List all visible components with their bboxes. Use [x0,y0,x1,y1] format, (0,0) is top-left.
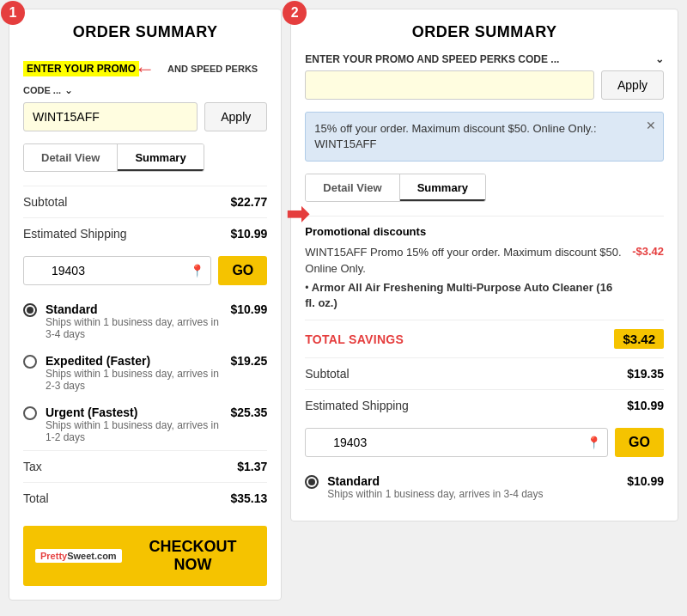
promo-input-2[interactable] [305,70,594,100]
panel-2-title: ORDER SUMMARY [305,23,664,41]
tax-value-1: $1.37 [237,460,267,473]
promo-product: • Armor All Air Freshening Multi-Purpose… [305,280,623,311]
shipping-urgent-desc-1: Ships within 1 business day, arrives in … [46,419,230,443]
shipping-urgent-price-1: $25.35 [230,406,267,419]
panel-1: 1 ORDER SUMMARY ENTER YOUR PROMO ← AND S… [9,9,282,601]
subtotal-label-2: Subtotal [305,367,349,381]
total-savings-label: TOTAL SAVINGS [305,332,404,346]
panel-1-title: ORDER SUMMARY [23,23,267,41]
shipping-expedited-desc-1: Ships within 1 business day, arrives in … [46,368,230,392]
go-button-1[interactable]: GO [218,256,267,285]
shipping-label-2: Estimated Shipping [305,399,409,412]
promo-code-amount: -$3.42 [632,245,664,258]
pin-icon-1: 📍 [190,264,204,278]
step-badge-1: 1 [1,1,25,25]
radio-standard-2[interactable] [305,475,319,489]
apply-button-2[interactable]: Apply [601,70,664,100]
promo-discount-row: WINT15AFF Promo 15% off your order. Maxi… [305,245,664,311]
promo-label-highlighted: ENTER YOUR PROMO [23,61,139,76]
shipping-standard-price-1: $10.99 [230,302,267,316]
subtotal-row-2: Subtotal $19.35 [305,357,664,389]
zip-input-1[interactable] [23,256,211,285]
tax-row-1: Tax $1.37 [23,450,267,482]
checkout-brand-1: PrettySweet.com [35,549,122,563]
promo-chevron[interactable]: ⌄ [64,84,73,96]
promo-product-name: Armor All Air Freshening Multi-Purpose A… [305,281,612,309]
shipping-expedited-price-1: $19.25 [230,354,267,368]
promo-input-1[interactable] [23,102,198,131]
promo-input-row-2: Apply [305,70,664,100]
promo-label-2: ENTER YOUR PROMO AND SPEED PERKS CODE ..… [305,53,559,65]
shipping-urgent-1: Urgent (Fastest) Ships within 1 business… [23,399,267,450]
total-label-1: Total [23,491,49,505]
shipping-standard-name-1: Standard [46,302,230,316]
shipping-standard-desc-2: Ships within 1 business day, arrives in … [327,488,543,500]
panel-2: 2 ORDER SUMMARY ENTER YOUR PROMO AND SPE… [290,9,678,521]
subtotal-value-2: $19.35 [627,367,664,381]
shipping-row-2: Estimated Shipping $10.99 [305,389,664,421]
shipping-standard-2: Standard Ships within 1 business day, ar… [305,467,664,507]
total-savings-value: $3.42 [614,329,664,349]
shipping-standard-1: Standard Ships within 1 business day, ar… [23,296,267,347]
tax-label-1: Tax [23,460,42,473]
promo-info-box: 15% off your order. Maximum discount $50… [305,112,664,162]
tab-summary-1[interactable]: Summary [118,144,203,171]
pin-icon-2: 📍 [587,436,601,449]
shipping-value-1: $10.99 [230,227,267,241]
shipping-standard-desc-1: Ships within 1 business day, arrives in … [46,316,230,340]
total-savings-row: TOTAL SAVINGS $3.42 [305,320,664,357]
zip-input-2[interactable] [305,428,608,457]
subtotal-row-1: Subtotal $22.77 [23,186,267,217]
shipping-expedited-1: Expedited (Faster) Ships within 1 busine… [23,347,267,399]
tabs-2: Detail View Summary [305,174,486,202]
promo-code-desc: WINT15AFF Promo 15% off your order. Maxi… [305,246,621,274]
promo-discount-section: Promotional discounts WINT15AFF Promo 15… [305,216,664,320]
zip-row-2: 🔍 📍 GO [305,428,664,457]
shipping-expedited-name-1: Expedited (Faster) [46,354,230,368]
zip-row-1: 🔍 📍 GO [23,256,267,285]
shipping-urgent-name-1: Urgent (Fastest) [46,406,230,419]
checkout-button-1[interactable]: PrettySweet.com CHECKOUT NOW [23,526,267,586]
shipping-value-2: $10.99 [627,399,664,412]
promo-input-row: Apply [23,102,267,131]
promo-chevron-2[interactable]: ⌄ [655,53,664,65]
shipping-standard-name-2: Standard [327,474,543,488]
radio-standard-1[interactable] [23,303,37,317]
radio-urgent-1[interactable] [23,406,37,420]
tabs-1: Detail View Summary [23,143,204,172]
promo-section-header: Promotional discounts [305,225,664,238]
shipping-standard-price-2: $10.99 [627,474,664,488]
checkout-label-1: CHECKOUT NOW [131,538,256,574]
radio-expedited-1[interactable] [23,355,37,369]
tab-detail-view-2[interactable]: Detail View [306,174,399,201]
total-value-1: $35.13 [230,491,267,505]
shipping-row-1: Estimated Shipping $10.99 [23,217,267,249]
step-badge-2: 2 [283,1,307,25]
promo-info-text: 15% off your order. Maximum discount $50… [314,122,596,150]
total-row-1: Total $35.13 [23,482,267,514]
shipping-label-1: Estimated Shipping [23,227,127,241]
tab-detail-view-1[interactable]: Detail View [24,144,118,171]
subtotal-label-1: Subtotal [23,195,67,209]
apply-button-1[interactable]: Apply [204,102,267,131]
tab-summary-2[interactable]: Summary [400,174,485,201]
go-button-2[interactable]: GO [615,428,664,457]
arrow-right: ➡ [286,198,309,230]
info-close-icon[interactable]: ✕ [646,118,656,135]
subtotal-value-1: $22.77 [230,195,267,209]
